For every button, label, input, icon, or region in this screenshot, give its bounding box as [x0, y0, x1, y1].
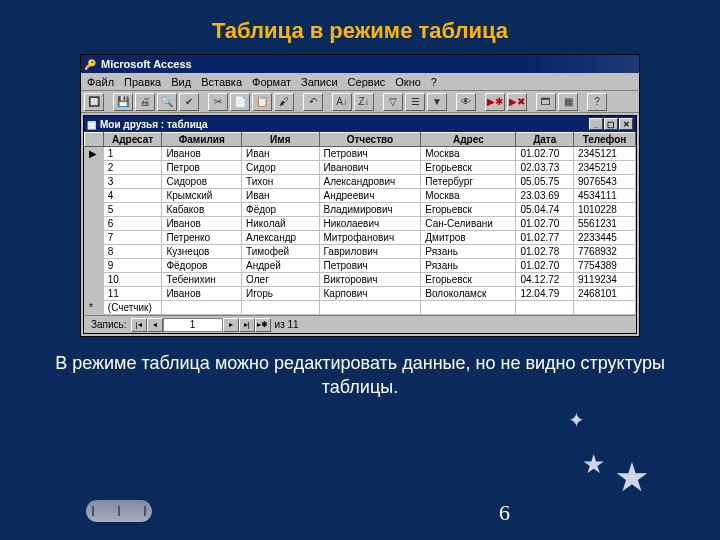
cell-phone[interactable]: 4534111 [574, 189, 636, 203]
cell-lastname[interactable]: Петров [162, 161, 242, 175]
cell-lastname[interactable]: Иванов [162, 287, 242, 301]
menu-window[interactable]: Окно [395, 76, 421, 88]
cell-middlename[interactable]: Петрович [319, 259, 421, 273]
table-row[interactable]: 10ТебенихинОлегВикторовичЕгорьевск04.12.… [85, 273, 636, 287]
nav-first-button[interactable]: |◂ [131, 318, 147, 332]
row-selector[interactable] [85, 175, 104, 189]
new-record-row[interactable]: *(Счетчик) [85, 301, 636, 315]
table-row[interactable]: 6ИвановНиколайНиколаевичСан-Селивани01.0… [85, 217, 636, 231]
cell-id[interactable]: 2 [103, 161, 162, 175]
menu-format[interactable]: Формат [252, 76, 291, 88]
cell-address[interactable]: Москва [421, 189, 516, 203]
cell-firstname[interactable]: Тимофей [242, 245, 319, 259]
apply-filter-icon[interactable]: ▼ [427, 93, 447, 111]
row-selector-header[interactable] [85, 133, 104, 147]
cell-counter[interactable]: (Счетчик) [103, 301, 162, 315]
cell-lastname[interactable]: Сидоров [162, 175, 242, 189]
view-icon[interactable]: 🔲 [84, 93, 104, 111]
paste-icon[interactable]: 📋 [252, 93, 272, 111]
col-date[interactable]: Дата [516, 133, 574, 147]
table-row[interactable]: 3СидоровТихонАлександровичПетербург05.05… [85, 175, 636, 189]
cell-firstname[interactable]: Сидор [242, 161, 319, 175]
cell-middlename[interactable]: Петрович [319, 147, 421, 161]
cell-id[interactable]: 7 [103, 231, 162, 245]
help-icon[interactable]: ? [587, 93, 607, 111]
cell-date[interactable]: 01.02.77 [516, 231, 574, 245]
row-selector[interactable] [85, 259, 104, 273]
cell-firstname[interactable]: Олег [242, 273, 319, 287]
new-record-icon[interactable]: ▶✱ [485, 93, 505, 111]
table-row[interactable]: 9ФёдоровАндрейПетровичРязань01.02.707754… [85, 259, 636, 273]
cell-address[interactable]: Рязань [421, 245, 516, 259]
menu-help[interactable]: ? [431, 76, 437, 88]
cell-firstname[interactable]: Иван [242, 147, 319, 161]
cell-middlename[interactable]: Иванович [319, 161, 421, 175]
cell-lastname[interactable]: Крымский [162, 189, 242, 203]
col-id[interactable]: Адресат [103, 133, 162, 147]
prev-slide-icon[interactable] [92, 506, 94, 516]
table-row[interactable]: ▶1ИвановИванПетровичМосква01.02.70234512… [85, 147, 636, 161]
row-selector[interactable]: ▶ [85, 147, 104, 161]
app-titlebar[interactable]: Microsoft Access [81, 55, 639, 73]
find-icon[interactable]: 👁 [456, 93, 476, 111]
cell-phone[interactable]: 9076543 [574, 175, 636, 189]
cell-middlename[interactable]: Гаврилович [319, 245, 421, 259]
cell-lastname[interactable]: Тебенихин [162, 273, 242, 287]
col-firstname[interactable]: Имя [242, 133, 319, 147]
cell-address[interactable]: Егорьевск [421, 161, 516, 175]
cell-middlename[interactable]: Карпович [319, 287, 421, 301]
format-painter-icon[interactable]: 🖌 [274, 93, 294, 111]
copy-icon[interactable]: 📄 [230, 93, 250, 111]
row-selector[interactable] [85, 287, 104, 301]
cell-middlename[interactable]: Викторович [319, 273, 421, 287]
menu-insert[interactable]: Вставка [201, 76, 242, 88]
row-selector[interactable] [85, 189, 104, 203]
cell-phone[interactable]: 5561231 [574, 217, 636, 231]
cell-date[interactable]: 12.04.79 [516, 287, 574, 301]
datasheet-titlebar[interactable]: ▦ Мои друзья : таблица _ ▢ ✕ [84, 116, 636, 132]
cell-address[interactable]: Волоколамск [421, 287, 516, 301]
cell-date[interactable]: 01.02.70 [516, 147, 574, 161]
cell-firstname[interactable]: Тихон [242, 175, 319, 189]
table-row[interactable]: 5КабаковФёдорВладимировичЕгорьевск05.04.… [85, 203, 636, 217]
cell-id[interactable]: 9 [103, 259, 162, 273]
data-table[interactable]: Адресат Фамилия Имя Отчество Адрес Дата … [84, 132, 636, 315]
cell-middlename[interactable]: Андреевич [319, 189, 421, 203]
cell-address[interactable]: Дмитров [421, 231, 516, 245]
minimize-button[interactable]: _ [589, 118, 603, 130]
cell-address[interactable]: Егорьевск [421, 273, 516, 287]
cell-phone[interactable]: 7754389 [574, 259, 636, 273]
table-row[interactable]: 11ИвановИгорьКарповичВолоколамск12.04.79… [85, 287, 636, 301]
cell-lastname[interactable]: Кабаков [162, 203, 242, 217]
table-row[interactable]: 7ПетренкоАлександрМитрофановичДмитров01.… [85, 231, 636, 245]
nav-new-button[interactable]: ▸✱ [255, 318, 271, 332]
menu-file[interactable]: Файл [87, 76, 114, 88]
row-selector[interactable] [85, 245, 104, 259]
cell-phone[interactable]: 2345219 [574, 161, 636, 175]
next-slide-icon[interactable] [144, 506, 146, 516]
close-button[interactable]: ✕ [619, 118, 633, 130]
menu-tools[interactable]: Сервис [348, 76, 386, 88]
cell-phone[interactable]: 2345121 [574, 147, 636, 161]
nav-current-field[interactable] [163, 318, 223, 332]
print-icon[interactable]: 🖨 [135, 93, 155, 111]
cell-firstname[interactable]: Игорь [242, 287, 319, 301]
delete-record-icon[interactable]: ▶✖ [507, 93, 527, 111]
table-row[interactable]: 4КрымскийИванАндреевичМосква23.03.694534… [85, 189, 636, 203]
menu-records[interactable]: Записи [301, 76, 338, 88]
nav-prev-button[interactable]: ◂ [147, 318, 163, 332]
cell-firstname[interactable]: Александр [242, 231, 319, 245]
cell-id[interactable]: 6 [103, 217, 162, 231]
cell-date[interactable]: 23.03.69 [516, 189, 574, 203]
cell-id[interactable]: 11 [103, 287, 162, 301]
filter-by-form-icon[interactable]: ☰ [405, 93, 425, 111]
table-row[interactable]: 8КузнецовТимофейГавриловичРязань01.02.78… [85, 245, 636, 259]
maximize-button[interactable]: ▢ [604, 118, 618, 130]
row-selector[interactable] [85, 203, 104, 217]
preview-icon[interactable]: 🔍 [157, 93, 177, 111]
row-selector[interactable]: * [85, 301, 104, 315]
cell-middlename[interactable]: Митрофанович [319, 231, 421, 245]
cell-phone[interactable]: 7768932 [574, 245, 636, 259]
cell-date[interactable]: 01.02.70 [516, 217, 574, 231]
cell-phone[interactable]: 2233445 [574, 231, 636, 245]
